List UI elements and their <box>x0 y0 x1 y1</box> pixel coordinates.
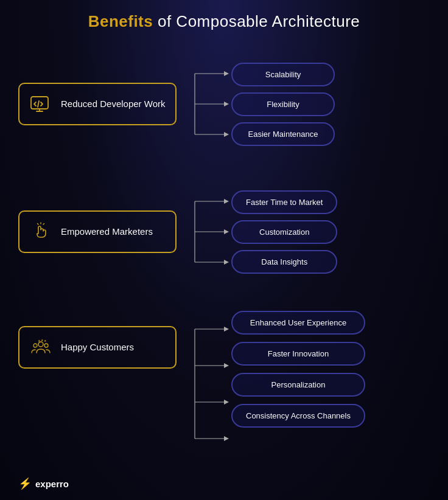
svg-line-12 <box>43 224 44 225</box>
pill-scalability: Scalability <box>231 63 335 86</box>
svg-marker-8 <box>224 102 229 106</box>
row-happy-customers: ★ ★ ★ Happy Customers Enhanced User E <box>18 305 430 457</box>
card-empowered-marketers: Empowered Marketers <box>18 210 177 253</box>
svg-marker-6 <box>224 71 229 76</box>
pill-consistency-across-channels: Consistency Across Channels <box>231 404 365 428</box>
market-icon <box>29 220 52 243</box>
svg-line-13 <box>38 224 39 225</box>
card-empowered-marketers-label: Empowered Marketers <box>61 226 153 238</box>
pills-empowered-marketers: Faster Time to Market Customization Data… <box>231 190 337 274</box>
pill-easier-maintenance: Easier Maintenance <box>231 122 335 146</box>
svg-marker-35 <box>224 436 229 441</box>
card-happy-customers-label: Happy Customers <box>61 341 134 353</box>
logo-text: experro <box>35 479 69 489</box>
svg-marker-18 <box>224 229 229 234</box>
svg-marker-31 <box>224 363 229 368</box>
row-empowered-marketers: Empowered Marketers Faster Time to Marke… <box>18 177 430 286</box>
svg-line-1 <box>38 101 39 107</box>
pill-personalization: Personalization <box>231 373 365 397</box>
page-wrapper: Benefits of Composable Architecture Redu… <box>0 0 448 500</box>
title-suffix: of Composable Architecture <box>153 12 360 30</box>
svg-rect-0 <box>31 97 48 109</box>
card-reduced-dev-label: Reduced Developer Work <box>61 98 165 110</box>
svg-text:★: ★ <box>44 339 47 342</box>
pills-reduced-dev: Scalability Flexibility Easier Maintenan… <box>231 63 335 146</box>
page-title: Benefits of Composable Architecture <box>18 12 430 31</box>
svg-marker-10 <box>224 132 229 137</box>
footer: ⚡ experro <box>18 477 69 490</box>
pill-flexibility: Flexibility <box>231 92 335 116</box>
pills-happy-customers: Enhanced User Experience Faster Innovati… <box>231 311 365 428</box>
pill-customization: Customization <box>231 220 337 244</box>
happy-icon: ★ ★ ★ <box>29 336 52 359</box>
pill-enhanced-user-experience: Enhanced User Experience <box>231 311 365 335</box>
pill-data-insights: Data Insights <box>231 250 337 274</box>
svg-point-23 <box>44 344 48 347</box>
dev-icon <box>29 92 52 116</box>
title-highlight: Benefits <box>88 12 153 30</box>
svg-marker-16 <box>224 199 229 204</box>
card-reduced-dev: Reduced Developer Work <box>18 83 177 125</box>
logo-icon: ⚡ <box>18 477 32 490</box>
card-happy-customers: ★ ★ ★ Happy Customers <box>18 326 177 369</box>
pill-faster-innovation: Faster Innovation <box>231 342 365 366</box>
svg-marker-33 <box>224 400 229 405</box>
svg-point-22 <box>33 344 37 347</box>
svg-marker-20 <box>224 260 229 265</box>
svg-marker-29 <box>224 327 229 332</box>
svg-point-21 <box>38 342 43 347</box>
pill-faster-time-to-market: Faster Time to Market <box>231 190 337 214</box>
rows-container: Reduced Developer Work Scalability Flexi… <box>18 49 430 457</box>
row-reduced-dev: Reduced Developer Work Scalability Flexi… <box>18 49 430 159</box>
